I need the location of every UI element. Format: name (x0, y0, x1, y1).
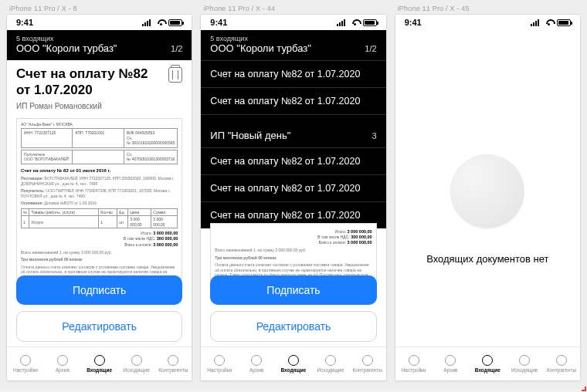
tab-outgoing[interactable]: Исходящие (312, 347, 349, 380)
circle-icon (168, 355, 178, 366)
resize-handle-icon (582, 387, 586, 391)
circle-icon (556, 355, 567, 366)
circle-icon (131, 355, 142, 366)
amount-line: Всего наименований 1, на сумму 3 000 000… (21, 250, 178, 255)
cellular-icon (531, 19, 541, 26)
status-bar: 9:41 (7, 15, 192, 30)
doc-title-line2: от 1.07.2020 (16, 82, 148, 98)
total-due: 3 000 000,00 (153, 242, 178, 247)
tab-contragents[interactable]: Контрагенты (154, 347, 192, 380)
sign-button[interactable]: Подписать (210, 275, 376, 305)
status-time: 9:41 (405, 18, 422, 27)
edit-button[interactable]: Редактировать (210, 311, 376, 342)
dropdown-section[interactable]: ИП "Новый день" 3 (201, 123, 385, 147)
dropdown-item[interactable]: Счет на оплату №82 от 1.07.2020 (201, 87, 385, 114)
org-doc-count: 1/2 (365, 44, 376, 53)
frame-label: iPhone 11 Pro / X - 44 (203, 5, 386, 12)
tab-incoming[interactable]: Входящие (469, 347, 506, 380)
phone-frame: 9:41 5 входящих ООО "Короли турбаз" 1/2 … (6, 14, 192, 381)
empty-circle-icon (450, 154, 524, 228)
tab-settings[interactable]: Настройки (7, 347, 44, 380)
basis: Договор №В270 от 1.03.2016 (44, 201, 96, 205)
circle-icon (20, 355, 31, 366)
cellular-icon (337, 19, 348, 26)
tab-archive[interactable]: Архив (433, 347, 470, 380)
status-time: 9:41 (210, 18, 227, 27)
cellular-icon (142, 19, 153, 26)
frame-label: iPhone 11 Pro / X - 45 (398, 5, 581, 12)
tab-incoming[interactable]: Входящие (81, 347, 118, 380)
circle-icon (482, 355, 493, 366)
circle-icon (325, 355, 336, 366)
document-area: Счет на оплату №82 от 1.07.2020 ИП Роман… (7, 59, 192, 289)
tab-bar: Настройки Архив Входящие Исходящие Контр… (201, 346, 385, 380)
dropdown-item[interactable]: Счет на оплату №82 от 1.07.2020 (201, 147, 385, 174)
circle-icon (57, 355, 68, 366)
tab-settings[interactable]: Настройки (395, 347, 433, 380)
tab-outgoing[interactable]: Исходящие (506, 347, 543, 380)
doc-heading: Счет на оплату № 82 от 01 июля 2016 г. (21, 168, 178, 174)
tab-contragents[interactable]: Контрагенты (349, 347, 386, 380)
circle-icon (214, 355, 225, 366)
circle-icon (251, 355, 262, 366)
empty-state: Входящих документов нет (395, 76, 580, 342)
circle-icon (362, 355, 373, 366)
org-header-expanded[interactable]: 5 входящих ООО "Короли турбаз" 1/2 (201, 30, 385, 60)
battery-icon (557, 19, 571, 26)
tab-incoming[interactable]: Входящие (275, 347, 312, 380)
incoming-count-label: 5 входящих (16, 35, 182, 42)
amount-words: Три миллиона рублей 00 копеек (21, 257, 82, 262)
circle-icon (409, 355, 419, 366)
total-sum: 3 000 000,00 (153, 231, 178, 235)
tab-contragents[interactable]: Контрагенты (543, 347, 580, 380)
tab-archive[interactable]: Архив (44, 347, 81, 380)
status-bar: 9:41 (201, 15, 385, 30)
dropdown-item[interactable]: Счет на оплату №82 от 1.07.2020 (201, 60, 385, 87)
org-doc-count: 1/2 (171, 44, 182, 53)
phone-frame: 9:41 Входящих документов нет Настройки А… (395, 14, 581, 381)
edit-button[interactable]: Редактировать (16, 311, 182, 342)
supplier: БОГОТАБАКАЛЕЙ, ИНН 7722307125, КПП 33030… (21, 176, 175, 186)
status-time: 9:41 (16, 18, 33, 27)
phone-frame: 9:41 5 входящих ООО "Короли турбаз" 1/2 … (200, 14, 386, 381)
empty-message: Входящих документов нет (426, 253, 548, 265)
org-name: ООО "Короли турбаз" (210, 42, 311, 54)
dropdown-item[interactable]: Счет на оплату №82 от 1.07.2020 (201, 174, 385, 201)
doc-title-line1: Счет на оплату №82 (16, 66, 148, 82)
incoming-count-label: 5 входящих (210, 35, 376, 42)
tab-outgoing[interactable]: Исходящие (118, 347, 155, 380)
documents-dropdown: Счет на оплату №82 от 1.07.2020 Счет на … (201, 60, 385, 228)
circle-icon (288, 355, 299, 366)
tab-settings[interactable]: Настройки (201, 347, 238, 380)
section-count: 3 (372, 131, 377, 140)
document-preview[interactable]: АО "Альфа-Банк" г. МОСКВА ИНН 7722307125… (16, 118, 182, 279)
tab-bar: Настройки Архив Входящие Исходящие Контр… (395, 346, 580, 380)
battery-icon (168, 19, 182, 26)
status-bar: 9:41 (395, 15, 580, 30)
battery-icon (363, 19, 377, 26)
sign-button[interactable]: Подписать (16, 275, 182, 305)
wifi-icon (545, 19, 554, 26)
total-vat: 300 000,00 (157, 236, 178, 241)
section-title: ИП "Новый день" (210, 130, 290, 141)
circle-icon (519, 355, 530, 366)
wifi-icon (156, 19, 165, 26)
org-header[interactable]: 5 входящих ООО "Короли турбаз" 1/2 (7, 30, 192, 60)
circle-icon (445, 355, 456, 366)
wifi-icon (351, 19, 360, 26)
frame-label: iPhone 11 Pro / X - 8 (9, 5, 192, 12)
items-table: №Товары (работы, услуги)Кол-воЕд.ЦенаСум… (21, 208, 178, 229)
circle-icon (94, 355, 105, 366)
doc-author: ИП Роман Романовский (16, 102, 148, 110)
trash-icon[interactable] (168, 67, 182, 83)
tab-bar: Настройки Архив Входящие Исходящие Контр… (7, 346, 192, 380)
org-name: ООО "Короли турбаз" (16, 42, 117, 54)
tab-archive[interactable]: Архив (238, 347, 275, 380)
